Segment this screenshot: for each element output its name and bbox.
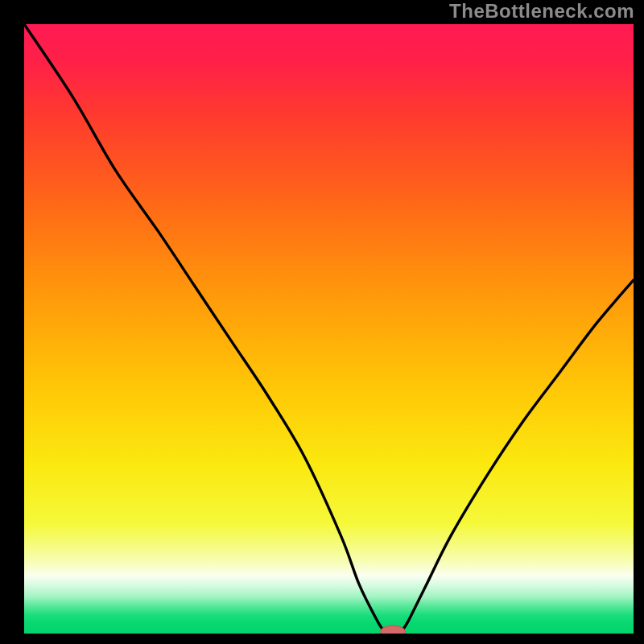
- plot-area: [24, 24, 634, 634]
- gradient-bg: [24, 24, 634, 634]
- watermark-text: TheBottleneck.com: [449, 0, 634, 23]
- plot-svg: [24, 24, 634, 634]
- chart-frame: TheBottleneck.com: [0, 0, 644, 644]
